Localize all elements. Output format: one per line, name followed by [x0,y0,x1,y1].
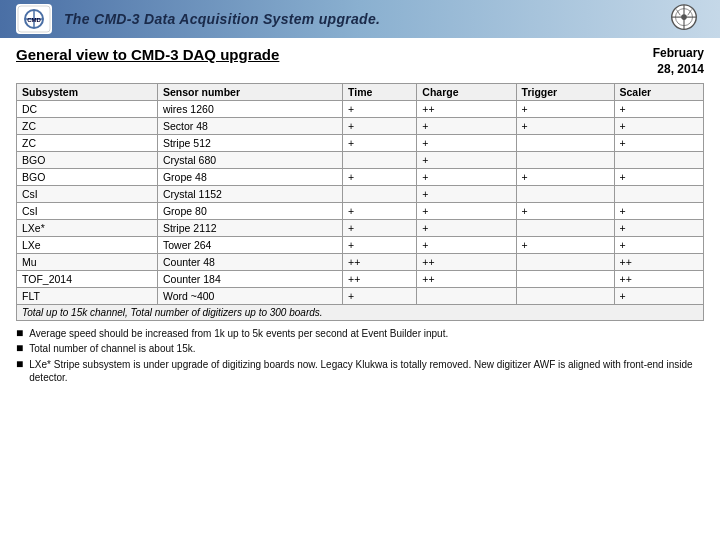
table-cell: BGO [17,169,158,186]
table-cell: + [614,118,703,135]
page-heading: General view to CMD-3 DAQ upgrade [16,46,279,63]
table-cell [343,152,417,169]
table-row: BGOCrystal 680+ [17,152,704,169]
table-cell: ++ [614,271,703,288]
table-cell: Stripe 2112 [157,220,342,237]
table-cell: + [614,237,703,254]
cmd-logo: CMD [16,4,52,34]
table-cell: Crystal 680 [157,152,342,169]
col-header-time: Time [343,84,417,101]
note-text: LXe* Stripe subsystem is under upgrade o… [29,358,704,384]
table-cell: TOF_2014 [17,271,158,288]
page-heading-row: General view to CMD-3 DAQ upgrade Februa… [16,46,704,77]
col-header-scaler: Scaler [614,84,703,101]
table-cell [516,220,614,237]
table-header-row: Subsystem Sensor number Time Charge Trig… [17,84,704,101]
note-text: Average speed should be increased from 1… [29,327,448,340]
table-cell: + [516,203,614,220]
table-cell [516,271,614,288]
col-header-trigger: Trigger [516,84,614,101]
table-cell: ++ [417,254,516,271]
main-content: General view to CMD-3 DAQ upgrade Februa… [0,38,720,392]
table-cell: FLT [17,288,158,305]
table-cell: ++ [417,101,516,118]
table-cell: + [516,118,614,135]
table-cell: + [614,101,703,118]
table-cell: ++ [417,271,516,288]
table-cell: ++ [343,271,417,288]
header-bar: CMD The CMD-3 Data Acquisition System up… [0,0,720,38]
table-row: ZCStripe 512+++ [17,135,704,152]
table-row: MuCounter 48++++++ [17,254,704,271]
table-cell: + [343,237,417,254]
table-cell: Stripe 512 [157,135,342,152]
table-cell: CsI [17,203,158,220]
table-cell: + [417,152,516,169]
table-cell: LXe [17,237,158,254]
table-cell: + [343,101,417,118]
table-cell: + [516,237,614,254]
table-cell: Counter 48 [157,254,342,271]
col-header-charge: Charge [417,84,516,101]
table-cell: Word ~400 [157,288,342,305]
table-cell: Sector 48 [157,118,342,135]
table-cell: Crystal 1152 [157,186,342,203]
table-cell: + [417,220,516,237]
table-cell [417,288,516,305]
table-cell: + [343,118,417,135]
table-cell: + [614,135,703,152]
data-table: Subsystem Sensor number Time Charge Trig… [16,83,704,321]
table-cell: ++ [614,254,703,271]
col-header-subsystem: Subsystem [17,84,158,101]
note-item: ■LXe* Stripe subsystem is under upgrade … [16,358,704,384]
note-text: Total number of channel is about 15k. [29,342,195,355]
note-bullet: ■ [16,342,23,355]
col-header-sensor: Sensor number [157,84,342,101]
table-cell [516,152,614,169]
table-row: ZCSector 48++++ [17,118,704,135]
notes-section: ■Average speed should be increased from … [16,327,704,383]
right-logo [664,2,704,36]
table-cell [516,288,614,305]
total-row: Total up to 15k channel, Total number of… [17,305,704,321]
svg-point-9 [681,14,687,20]
note-bullet: ■ [16,327,23,340]
note-item: ■Total number of channel is about 15k. [16,342,704,355]
header-title: The CMD-3 Data Acquisition System upgrad… [64,11,380,27]
table-row: FLTWord ~400++ [17,288,704,305]
table-cell: + [343,169,417,186]
table-cell: + [614,288,703,305]
total-text: Total up to 15k channel, Total number of… [17,305,704,321]
table-cell: ZC [17,118,158,135]
table-cell: LXe* [17,220,158,237]
table-cell: BGO [17,152,158,169]
svg-text:CMD: CMD [27,17,41,23]
table-cell: wires 1260 [157,101,342,118]
table-row: CsICrystal 1152+ [17,186,704,203]
table-cell [516,186,614,203]
table-cell: DC [17,101,158,118]
note-item: ■Average speed should be increased from … [16,327,704,340]
table-cell: + [417,203,516,220]
table-cell: + [343,203,417,220]
table-row: LXeTower 264++++ [17,237,704,254]
table-cell: Mu [17,254,158,271]
table-row: CsIGrope 80++++ [17,203,704,220]
table-row: BGOGrope 48++++ [17,169,704,186]
table-cell: ++ [343,254,417,271]
table-cell: + [417,186,516,203]
table-cell: + [343,288,417,305]
date-display: February28, 2014 [653,46,704,77]
table-cell: Grope 48 [157,169,342,186]
table-row: DCwires 1260+++++ [17,101,704,118]
table-cell: + [417,118,516,135]
table-cell: + [417,135,516,152]
table-cell: + [614,203,703,220]
table-cell: + [343,220,417,237]
table-cell: ZC [17,135,158,152]
table-row: TOF_2014Counter 184++++++ [17,271,704,288]
table-cell: + [614,169,703,186]
table-cell [516,135,614,152]
table-cell [343,186,417,203]
table-cell: Counter 184 [157,271,342,288]
